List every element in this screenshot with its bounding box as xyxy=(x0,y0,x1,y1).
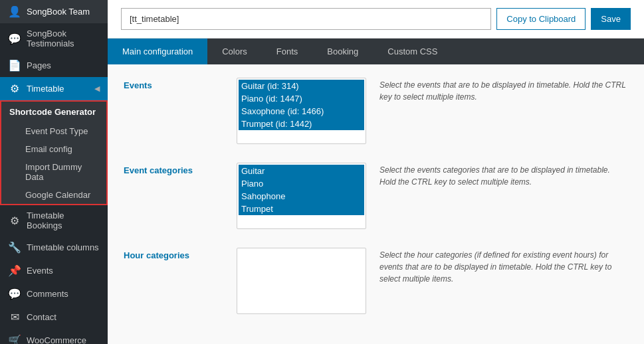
events-description: Select the events that are to be display… xyxy=(379,78,628,103)
main-content: Copy to Clipboard Save Main configuratio… xyxy=(108,0,644,344)
copy-to-clipboard-button[interactable]: Copy to Clipboard xyxy=(496,8,586,30)
sidebar-item-timetable[interactable]: ⚙ Timetable ◀ xyxy=(0,77,108,100)
hour-categories-select[interactable] xyxy=(237,248,366,314)
event-categories-select[interactable]: Guitar Piano Sahophone Trumpet xyxy=(237,163,366,229)
tab-booking[interactable]: Booking xyxy=(312,39,373,64)
tab-colors[interactable]: Colors xyxy=(207,39,262,64)
field-row-events: Events Guitar (id: 314) Piano (id: 1447)… xyxy=(124,78,628,144)
tabs-bar: Main configuration Colors Fonts Booking … xyxy=(108,39,644,64)
sidebar-item-songbook-testimonials[interactable]: 💬 SongBookTestimonials xyxy=(0,23,108,54)
timetable-icon: ⚙ xyxy=(8,82,21,95)
hour-categories-label: Hour categories xyxy=(124,248,223,260)
columns-icon: 🔧 xyxy=(8,241,21,254)
save-button[interactable]: Save xyxy=(591,8,631,30)
sidebar-item-songbook-team[interactable]: 👤 SongBook Team xyxy=(0,0,108,23)
contact-icon: ✉ xyxy=(8,311,21,323)
tab-custom-css[interactable]: Custom CSS xyxy=(373,39,452,64)
sidebar-item-woocommerce[interactable]: 🛒 WooCommerce xyxy=(0,329,108,344)
submenu-item-event-post-type[interactable]: Event Post Type xyxy=(1,122,106,140)
sidebar-item-timetable-bookings[interactable]: ⚙ Timetable Bookings xyxy=(0,205,108,236)
shortcode-input[interactable] xyxy=(121,8,491,30)
field-row-hour-categories: Hour categories Select the hour categori… xyxy=(124,248,628,314)
submenu-item-google-calendar[interactable]: Google Calendar xyxy=(1,186,106,204)
field-row-event-categories: Event categories Guitar Piano Sahophone … xyxy=(124,163,628,229)
event-categories-select-container: Guitar Piano Sahophone Trumpet xyxy=(237,163,366,229)
tab-main-configuration[interactable]: Main configuration xyxy=(108,39,207,64)
bookings-icon: ⚙ xyxy=(8,215,21,227)
sidebar-item-timetable-columns[interactable]: 🔧 Timetable columns xyxy=(0,236,108,259)
team-icon: 👤 xyxy=(8,5,21,18)
hour-categories-select-container xyxy=(237,248,366,314)
events-label: Events xyxy=(124,78,223,90)
sidebar: 👤 SongBook Team 💬 SongBookTestimonials 📄… xyxy=(0,0,108,344)
comments-icon: 💬 xyxy=(8,288,21,300)
sidebar-item-contact[interactable]: ✉ Contact xyxy=(0,305,108,329)
submenu-header[interactable]: Shortcode Generator xyxy=(1,102,106,122)
events-icon: 📌 xyxy=(8,264,21,277)
events-select[interactable]: Guitar (id: 314) Piano (id: 1447) Saxoph… xyxy=(237,78,366,144)
tab-fonts[interactable]: Fonts xyxy=(262,39,313,64)
woocommerce-icon: 🛒 xyxy=(8,334,21,344)
submenu-item-email-config[interactable]: Email config xyxy=(1,140,106,158)
sidebar-item-pages[interactable]: 📄 Pages xyxy=(0,54,108,77)
hour-categories-description: Select the hour categories (if defined f… xyxy=(379,248,628,285)
pages-icon: 📄 xyxy=(8,59,21,72)
event-categories-description: Select the events categories that are to… xyxy=(379,163,628,188)
submenu: Shortcode Generator Event Post Type Emai… xyxy=(0,100,108,205)
event-categories-label: Event categories xyxy=(124,163,223,175)
events-select-container: Guitar (id: 314) Piano (id: 1447) Saxoph… xyxy=(237,78,366,144)
testimonials-icon: 💬 xyxy=(8,33,21,45)
top-bar: Copy to Clipboard Save xyxy=(108,0,644,39)
sidebar-item-comments[interactable]: 💬 Comments xyxy=(0,282,108,305)
tab-content: Events Guitar (id: 314) Piano (id: 1447)… xyxy=(108,64,644,344)
sidebar-item-events[interactable]: 📌 Events xyxy=(0,259,108,282)
submenu-item-import-dummy-data[interactable]: Import Dummy Data xyxy=(1,158,106,186)
